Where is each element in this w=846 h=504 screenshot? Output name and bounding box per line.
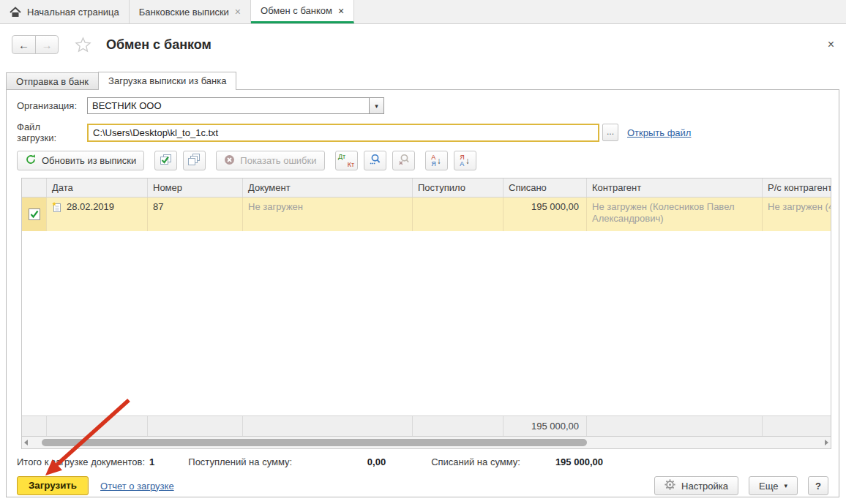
scroll-left-icon[interactable] — [24, 440, 28, 445]
error-circle-icon — [224, 154, 235, 168]
received-sum-value: 0,00 — [334, 456, 386, 467]
table-row[interactable]: 28.02.2019 87 Не загружен 195 000,00 Не … — [22, 198, 831, 231]
close-icon[interactable]: × — [338, 6, 344, 16]
favorite-star-icon[interactable] — [75, 37, 91, 53]
cancel-search-button — [392, 151, 415, 170]
gear-icon — [665, 479, 675, 492]
toolbar: Обновить из выписки Показать ошибки Дт К… — [17, 151, 839, 170]
scroll-right-icon[interactable] — [825, 440, 828, 445]
header-written-off[interactable]: Списано — [504, 178, 587, 197]
checkmark-icon — [30, 210, 39, 219]
sort-az-icon: АЯ ↓ — [431, 154, 441, 168]
find-button[interactable] — [364, 151, 386, 170]
load-button[interactable]: Загрузить — [17, 476, 89, 495]
settings-label: Настройка — [681, 481, 728, 492]
refresh-icon — [25, 154, 37, 168]
chevron-down-icon: ▾ — [784, 482, 787, 489]
header-checkbox-column — [22, 178, 47, 197]
sort-ascending-button[interactable]: АЯ ↓ — [425, 151, 448, 170]
organization-combo: ▾ — [87, 97, 384, 114]
documents-table: Дата Номер Документ Поступило Списано Ко… — [21, 178, 831, 449]
written-off-sum-label: Списаний на сумму: — [431, 456, 520, 467]
cell-document: Не загружен — [243, 198, 413, 231]
row-checkbox-cell — [22, 198, 47, 231]
file-label: Файл загрузки: — [17, 121, 81, 143]
summary-bar: Итого к загрузке документов: 1 Поступлен… — [17, 456, 839, 467]
load-statement-panel: Организация: ▾ Файл загрузки: ... Открыт… — [6, 89, 839, 497]
total-docs-value: 1 — [149, 456, 154, 467]
check-all-icon — [160, 154, 172, 168]
footer-bar: Загрузить Отчет о загрузке Настройка Еще… — [17, 476, 828, 495]
cell-date: 28.02.2019 — [47, 198, 148, 231]
show-errors-label: Показать ошибки — [240, 155, 316, 166]
history-nav-group: ← → — [12, 35, 59, 54]
total-docs-label: Итого к загрузке документов: — [17, 456, 145, 467]
cell-written-off: 195 000,00 — [504, 198, 587, 231]
tab-home-label: Начальная страница — [27, 7, 119, 18]
dtkt-posting-button[interactable]: Дт Кт — [335, 151, 358, 170]
table-empty-area — [22, 231, 831, 415]
organization-input[interactable] — [88, 98, 369, 113]
load-report-link[interactable]: Отчет о загрузке — [100, 481, 174, 492]
tab-home[interactable]: Начальная страница — [0, 0, 130, 23]
table-header-row: Дата Номер Документ Поступило Списано Ко… — [22, 178, 831, 198]
sort-descending-button[interactable]: ЯА ↓ — [454, 151, 476, 170]
open-file-link[interactable]: Открыть файл — [627, 127, 691, 138]
forward-arrow-icon: → — [42, 39, 53, 51]
forward-button[interactable]: → — [35, 36, 58, 53]
chevron-down-icon: ▾ — [375, 102, 378, 110]
tab-bank-exchange-label: Обмен с банком — [261, 5, 332, 16]
help-button[interactable]: ? — [808, 476, 828, 495]
totals-written-off: 195 000,00 — [504, 416, 587, 436]
scrollbar-thumb[interactable] — [42, 439, 587, 446]
tab-send-to-bank[interactable]: Отправка в банк — [6, 72, 99, 90]
organization-dropdown-button[interactable]: ▾ — [369, 98, 383, 113]
cell-number: 87 — [148, 198, 243, 231]
tab-load-statement[interactable]: Загрузка выписки из банка — [98, 72, 236, 90]
home-icon — [10, 7, 21, 18]
header-number[interactable]: Номер — [148, 178, 243, 197]
written-off-sum-value: 195 000,00 — [555, 456, 603, 467]
back-arrow-icon: ← — [18, 39, 29, 51]
header-account[interactable]: Р/с контрагент — [763, 178, 831, 197]
file-path-input[interactable] — [87, 124, 599, 142]
page-title: Обмен с банком — [106, 37, 212, 53]
organization-label: Организация: — [17, 100, 81, 111]
set-all-flags-button[interactable] — [154, 151, 177, 170]
search-icon — [369, 154, 381, 168]
cell-account: Не загружен (408178107045 — [763, 198, 831, 231]
search-cancel-icon — [397, 154, 410, 168]
tab-bank-statements-label: Банковские выписки — [139, 7, 229, 18]
settings-button[interactable]: Настройка — [654, 476, 738, 495]
page-tabs: Отправка в банк Загрузка выписки из банк… — [0, 72, 846, 90]
clear-all-flags-button[interactable] — [183, 151, 206, 170]
form-header: ← → Обмен с банком × — [0, 24, 846, 65]
show-errors-button: Показать ошибки — [216, 151, 324, 170]
header-counterparty[interactable]: Контрагент — [587, 178, 763, 197]
document-icon — [52, 202, 62, 215]
table-totals-row: 195 000,00 — [22, 415, 831, 436]
tab-bank-statements[interactable]: Банковские выписки × — [130, 0, 251, 23]
window-tab-bar: Начальная страница Банковские выписки × … — [0, 0, 846, 24]
uncheck-all-icon — [188, 154, 201, 168]
horizontal-scrollbar[interactable] — [22, 436, 831, 448]
file-row: Файл загрузки: ... Открыть файл — [17, 121, 839, 143]
received-sum-label: Поступлений на сумму: — [188, 456, 292, 467]
debit-credit-icon: Дт Кт — [338, 154, 354, 168]
back-button[interactable]: ← — [12, 36, 35, 53]
cell-counterparty: Не загружен (Колесников Павел Александро… — [587, 198, 763, 231]
cell-received — [413, 198, 504, 231]
more-label: Еще — [759, 481, 778, 492]
tab-bank-exchange[interactable]: Обмен с банком × — [251, 0, 354, 23]
header-document[interactable]: Документ — [243, 178, 413, 197]
header-date[interactable]: Дата — [47, 178, 148, 197]
refresh-from-statement-button[interactable]: Обновить из выписки — [17, 151, 144, 170]
header-received[interactable]: Поступило — [413, 178, 504, 197]
close-icon[interactable]: × — [235, 7, 241, 17]
refresh-label: Обновить из выписки — [42, 155, 136, 166]
row-select-checkbox[interactable] — [29, 208, 40, 220]
more-button[interactable]: Еще ▾ — [749, 476, 798, 495]
sort-za-icon: ЯА ↓ — [460, 154, 470, 168]
form-close-icon[interactable]: × — [828, 39, 834, 50]
browse-file-button[interactable]: ... — [602, 124, 618, 141]
